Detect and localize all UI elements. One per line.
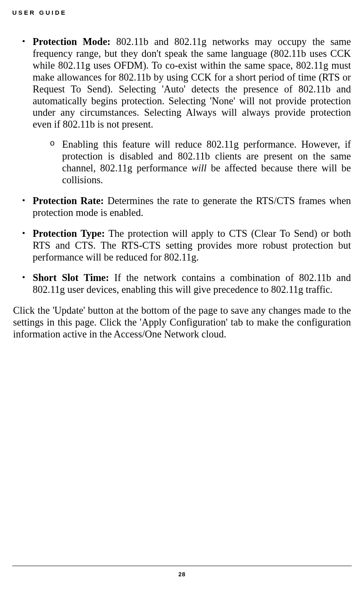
sub-text-italic: will xyxy=(192,162,207,173)
bullet-title: Protection Type: xyxy=(33,228,105,239)
page-header: USER GUIDE xyxy=(12,9,67,16)
sub-item: Enabling this feature will reduce 802.11… xyxy=(33,139,351,186)
bullet-protection-rate: Protection Rate: Determines the rate to … xyxy=(13,195,351,219)
bullet-protection-mode: Protection Mode: 802.11b and 802.11g net… xyxy=(13,36,351,186)
bullet-title: Short Slot Time: xyxy=(33,272,109,283)
footer-rule xyxy=(12,566,352,566)
page-number: 28 xyxy=(0,571,364,578)
bullet-short-slot-time: Short Slot Time: If the network contains… xyxy=(13,272,351,296)
sub-list: Enabling this feature will reduce 802.11… xyxy=(33,139,351,186)
bullet-title: Protection Mode: xyxy=(33,36,111,47)
bullet-title: Protection Rate: xyxy=(33,195,104,206)
closing-paragraph: Click the 'Update' button at the bottom … xyxy=(13,305,351,340)
bullet-text: 802.11b and 802.11g networks may occupy … xyxy=(33,36,351,130)
page-content: Protection Mode: 802.11b and 802.11g net… xyxy=(13,36,351,350)
bullet-protection-type: Protection Type: The protection will app… xyxy=(13,228,351,263)
bullet-list: Protection Mode: 802.11b and 802.11g net… xyxy=(13,36,351,296)
